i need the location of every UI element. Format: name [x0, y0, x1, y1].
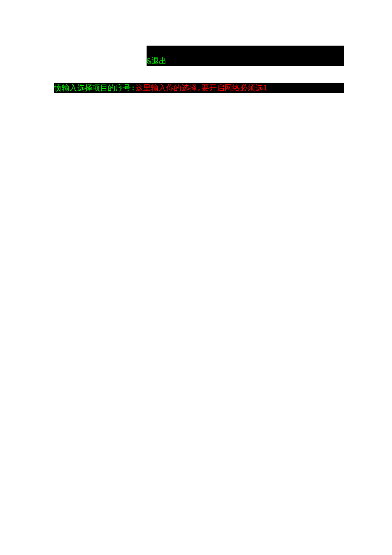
terminal-blank-line — [147, 46, 344, 56]
prompt-hint: 这里输入你的选择,要开启网络必须选1 — [135, 83, 268, 92]
exit-option-label: &退出 — [147, 56, 167, 65]
menu-option-exit: &退出 — [147, 56, 344, 66]
prompt-label: 愤输入选择项目的序号: — [54, 83, 135, 92]
input-prompt-line[interactable]: 愤输入选择项目的序号:这里输入你的选择,要开启网络必须选1 — [54, 83, 344, 93]
